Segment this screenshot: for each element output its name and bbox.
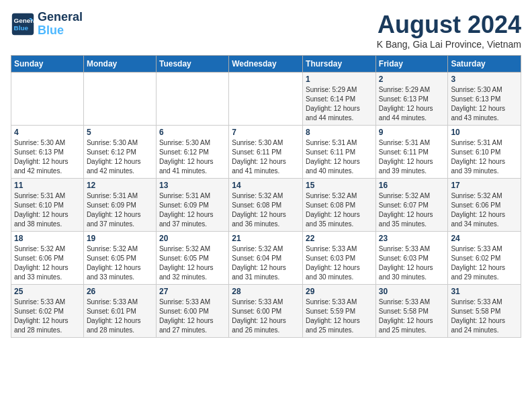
calendar-cell: 19Sunrise: 5:32 AMSunset: 6:05 PMDayligh…	[83, 232, 156, 285]
calendar-cell: 11Sunrise: 5:31 AMSunset: 6:10 PMDayligh…	[11, 179, 84, 232]
day-number: 16	[379, 181, 445, 190]
day-info: Sunrise: 5:33 AMSunset: 6:02 PMDaylight:…	[14, 298, 81, 335]
day-info: Sunrise: 5:31 AMSunset: 6:10 PMDaylight:…	[14, 191, 81, 229]
calendar-cell	[11, 73, 84, 126]
day-number: 25	[14, 287, 81, 296]
calendar-cell: 13Sunrise: 5:31 AMSunset: 6:09 PMDayligh…	[156, 179, 228, 232]
header-saturday: Saturday	[448, 56, 521, 73]
calendar-cell	[156, 73, 228, 126]
day-number: 8	[306, 128, 373, 137]
calendar-cell: 18Sunrise: 5:32 AMSunset: 6:06 PMDayligh…	[11, 232, 84, 285]
day-info: Sunrise: 5:33 AMSunset: 6:03 PMDaylight:…	[306, 244, 373, 282]
week-row-5: 25Sunrise: 5:33 AMSunset: 6:02 PMDayligh…	[11, 285, 521, 338]
day-info: Sunrise: 5:31 AMSunset: 6:09 PMDaylight:…	[159, 191, 226, 229]
day-number: 31	[451, 287, 518, 296]
day-info: Sunrise: 5:31 AMSunset: 6:11 PMDaylight:…	[306, 138, 373, 176]
day-number: 3	[451, 75, 518, 84]
location: K Bang, Gia Lai Province, Vietnam	[377, 39, 521, 50]
day-number: 28	[232, 287, 300, 296]
day-info: Sunrise: 5:30 AMSunset: 6:13 PMDaylight:…	[451, 85, 518, 123]
day-number: 10	[451, 128, 518, 137]
page-header: General Blue General Blue August 2024 K …	[11, 11, 521, 50]
calendar-cell: 5Sunrise: 5:30 AMSunset: 6:12 PMDaylight…	[83, 126, 156, 179]
calendar-cell	[83, 73, 156, 126]
day-number: 18	[14, 234, 81, 243]
day-number: 11	[14, 181, 81, 190]
day-info: Sunrise: 5:30 AMSunset: 6:12 PMDaylight:…	[159, 138, 226, 176]
calendar-cell: 23Sunrise: 5:33 AMSunset: 6:03 PMDayligh…	[375, 232, 448, 285]
calendar-cell: 31Sunrise: 5:33 AMSunset: 5:58 PMDayligh…	[448, 285, 521, 338]
header-friday: Friday	[375, 56, 448, 73]
day-number: 15	[306, 181, 373, 190]
day-number: 1	[306, 75, 373, 84]
day-number: 30	[379, 287, 445, 296]
day-number: 9	[379, 128, 445, 137]
logo-text: General Blue	[38, 11, 83, 38]
calendar-cell: 27Sunrise: 5:33 AMSunset: 6:00 PMDayligh…	[156, 285, 228, 338]
svg-text:General: General	[14, 17, 36, 24]
calendar-cell: 2Sunrise: 5:29 AMSunset: 6:13 PMDaylight…	[375, 73, 448, 126]
day-info: Sunrise: 5:32 AMSunset: 6:08 PMDaylight:…	[306, 191, 373, 229]
week-row-4: 18Sunrise: 5:32 AMSunset: 6:06 PMDayligh…	[11, 232, 521, 285]
calendar-cell: 17Sunrise: 5:32 AMSunset: 6:06 PMDayligh…	[448, 179, 521, 232]
header-sunday: Sunday	[11, 56, 84, 73]
calendar-cell: 1Sunrise: 5:29 AMSunset: 6:14 PMDaylight…	[303, 73, 376, 126]
calendar-cell: 24Sunrise: 5:33 AMSunset: 6:02 PMDayligh…	[448, 232, 521, 285]
day-info: Sunrise: 5:33 AMSunset: 5:59 PMDaylight:…	[306, 298, 373, 335]
calendar-cell: 8Sunrise: 5:31 AMSunset: 6:11 PMDaylight…	[303, 126, 376, 179]
day-info: Sunrise: 5:31 AMSunset: 6:11 PMDaylight:…	[379, 138, 445, 176]
calendar-cell	[229, 73, 303, 126]
day-info: Sunrise: 5:32 AMSunset: 6:05 PMDaylight:…	[159, 244, 226, 282]
calendar-cell: 22Sunrise: 5:33 AMSunset: 6:03 PMDayligh…	[303, 232, 376, 285]
week-row-1: 1Sunrise: 5:29 AMSunset: 6:14 PMDaylight…	[11, 73, 521, 126]
day-number: 26	[87, 287, 153, 296]
calendar-header-row: SundayMondayTuesdayWednesdayThursdayFrid…	[11, 56, 521, 73]
day-number: 14	[232, 181, 300, 190]
calendar-table: SundayMondayTuesdayWednesdayThursdayFrid…	[11, 55, 521, 338]
header-wednesday: Wednesday	[229, 56, 303, 73]
day-info: Sunrise: 5:31 AMSunset: 6:09 PMDaylight:…	[87, 191, 153, 229]
calendar-cell: 25Sunrise: 5:33 AMSunset: 6:02 PMDayligh…	[11, 285, 84, 338]
day-info: Sunrise: 5:33 AMSunset: 5:58 PMDaylight:…	[451, 298, 518, 335]
day-info: Sunrise: 5:33 AMSunset: 6:01 PMDaylight:…	[87, 298, 153, 335]
day-number: 21	[232, 234, 300, 243]
day-number: 24	[451, 234, 518, 243]
calendar-cell: 14Sunrise: 5:32 AMSunset: 6:08 PMDayligh…	[229, 179, 303, 232]
calendar-cell: 15Sunrise: 5:32 AMSunset: 6:08 PMDayligh…	[303, 179, 376, 232]
day-info: Sunrise: 5:29 AMSunset: 6:13 PMDaylight:…	[379, 85, 445, 123]
week-row-3: 11Sunrise: 5:31 AMSunset: 6:10 PMDayligh…	[11, 179, 521, 232]
day-info: Sunrise: 5:32 AMSunset: 6:06 PMDaylight:…	[14, 244, 81, 282]
day-info: Sunrise: 5:32 AMSunset: 6:08 PMDaylight:…	[232, 191, 300, 229]
calendar-cell: 16Sunrise: 5:32 AMSunset: 6:07 PMDayligh…	[375, 179, 448, 232]
calendar-cell: 3Sunrise: 5:30 AMSunset: 6:13 PMDaylight…	[448, 73, 521, 126]
day-info: Sunrise: 5:32 AMSunset: 6:07 PMDaylight:…	[379, 191, 445, 229]
day-info: Sunrise: 5:33 AMSunset: 6:03 PMDaylight:…	[379, 244, 445, 282]
day-number: 4	[14, 128, 81, 137]
day-number: 6	[159, 128, 226, 137]
logo: General Blue General Blue	[11, 11, 83, 38]
month-title: August 2024	[377, 11, 521, 39]
day-info: Sunrise: 5:33 AMSunset: 6:00 PMDaylight:…	[232, 298, 300, 335]
day-info: Sunrise: 5:33 AMSunset: 6:02 PMDaylight:…	[451, 244, 518, 282]
day-info: Sunrise: 5:29 AMSunset: 6:14 PMDaylight:…	[306, 85, 373, 123]
calendar-cell: 26Sunrise: 5:33 AMSunset: 6:01 PMDayligh…	[83, 285, 156, 338]
day-info: Sunrise: 5:30 AMSunset: 6:13 PMDaylight:…	[14, 138, 81, 176]
header-tuesday: Tuesday	[156, 56, 228, 73]
day-info: Sunrise: 5:30 AMSunset: 6:11 PMDaylight:…	[232, 138, 300, 176]
day-number: 12	[87, 181, 153, 190]
day-number: 13	[159, 181, 226, 190]
week-row-2: 4Sunrise: 5:30 AMSunset: 6:13 PMDaylight…	[11, 126, 521, 179]
calendar-cell: 6Sunrise: 5:30 AMSunset: 6:12 PMDaylight…	[156, 126, 228, 179]
day-info: Sunrise: 5:32 AMSunset: 6:06 PMDaylight:…	[451, 191, 518, 229]
day-info: Sunrise: 5:31 AMSunset: 6:10 PMDaylight:…	[451, 138, 518, 176]
day-number: 2	[379, 75, 445, 84]
calendar-cell: 9Sunrise: 5:31 AMSunset: 6:11 PMDaylight…	[375, 126, 448, 179]
title-block: August 2024 K Bang, Gia Lai Province, Vi…	[377, 11, 521, 50]
day-number: 7	[232, 128, 300, 137]
calendar-cell: 7Sunrise: 5:30 AMSunset: 6:11 PMDaylight…	[229, 126, 303, 179]
calendar-cell: 30Sunrise: 5:33 AMSunset: 5:58 PMDayligh…	[375, 285, 448, 338]
day-info: Sunrise: 5:33 AMSunset: 6:00 PMDaylight:…	[159, 298, 226, 335]
day-number: 19	[87, 234, 153, 243]
day-info: Sunrise: 5:32 AMSunset: 6:05 PMDaylight:…	[87, 244, 153, 282]
calendar-cell: 29Sunrise: 5:33 AMSunset: 5:59 PMDayligh…	[303, 285, 376, 338]
